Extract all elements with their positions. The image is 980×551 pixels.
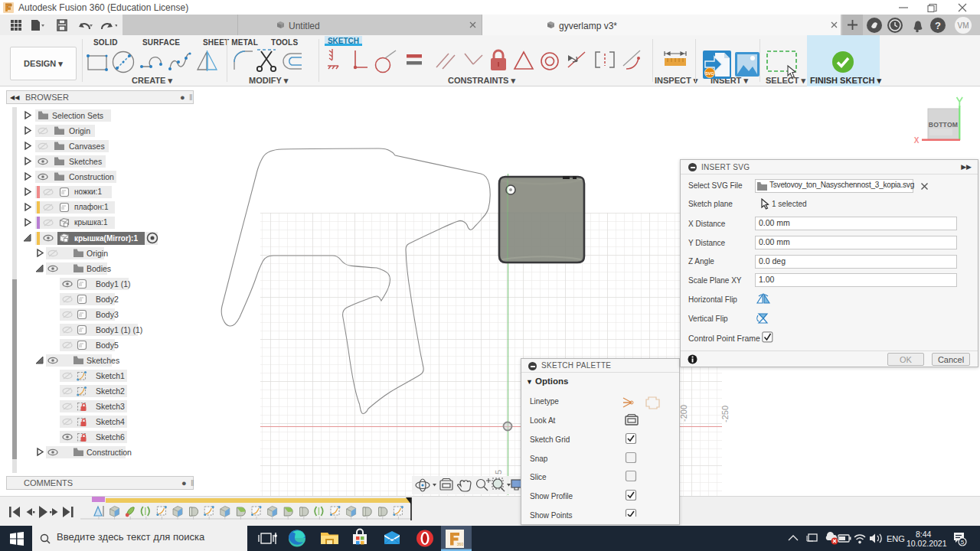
svg-text:Body2: Body2 [96, 295, 119, 304]
svg-text:крышка:1: крышка:1 [74, 218, 108, 227]
svg-text:Sketch4: Sketch4 [96, 417, 125, 426]
svg-text:5: 5 [494, 470, 503, 474]
svg-text:360: 360 [457, 542, 464, 546]
svg-text:Sketches: Sketches [69, 157, 102, 166]
svg-text:Sketches: Sketches [87, 356, 119, 365]
svg-text:-250: -250 [720, 406, 730, 422]
svg-text:Sketch6: Sketch6 [96, 432, 125, 442]
svg-text:ножки:1: ножки:1 [74, 187, 102, 196]
svg-text:Bodies: Bodies [87, 264, 111, 273]
svg-text:Body3: Body3 [96, 310, 119, 319]
svg-text:X: X [914, 136, 920, 145]
svg-text:ENG: ENG [887, 534, 905, 543]
svg-text:Body1 (1): Body1 (1) [96, 279, 131, 289]
svg-text:Construction: Construction [87, 448, 132, 457]
svg-text:Sketch2: Sketch2 [96, 386, 125, 396]
svg-text:8:44: 8:44 [916, 530, 932, 539]
svg-text:VM: VM [958, 21, 969, 30]
svg-text:Canvases: Canvases [69, 142, 105, 151]
svg-text:Origin: Origin [69, 126, 90, 135]
svg-text:-200: -200 [679, 405, 688, 422]
svg-text:Origin: Origin [87, 249, 108, 258]
svg-text:Sketch3: Sketch3 [96, 402, 125, 411]
svg-text:SVG: SVG [705, 71, 714, 76]
svg-text:10.02.2021: 10.02.2021 [906, 539, 947, 548]
svg-text:Sketch1: Sketch1 [96, 371, 125, 380]
svg-text:крышка(Mirror):1: крышка(Mirror):1 [74, 234, 138, 243]
svg-text:Construction: Construction [69, 172, 114, 181]
svg-text:5: 5 [961, 539, 965, 546]
svg-text:?: ? [935, 20, 941, 31]
svg-text:Body5: Body5 [96, 341, 119, 350]
svg-text:BOTTOM: BOTTOM [929, 121, 958, 129]
svg-text:Body1 (1) (1): Body1 (1) (1) [96, 325, 142, 334]
svg-text:Selection Sets: Selection Sets [52, 111, 103, 120]
svg-text:плафон:1: плафон:1 [74, 203, 109, 211]
